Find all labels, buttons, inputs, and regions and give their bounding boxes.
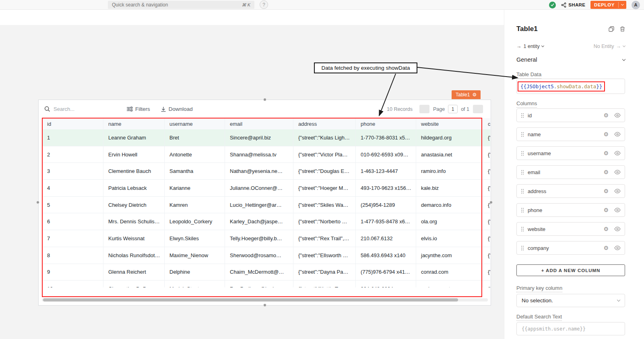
resize-handle-right[interactable] [489, 201, 493, 204]
filters-icon [127, 106, 133, 112]
drag-handle-icon[interactable] [521, 113, 524, 118]
column-header[interactable]: address [293, 118, 356, 129]
column-visibility-eye-icon[interactable] [614, 245, 621, 250]
table-search-input[interactable] [54, 106, 114, 112]
quick-search-input[interactable] [112, 2, 239, 8]
cell: Elwyn.Skiles [165, 230, 225, 247]
column-header[interactable]: name [103, 118, 165, 129]
column-settings-gear-icon[interactable]: ⚙ [603, 169, 609, 175]
download-button[interactable]: Download [161, 106, 193, 112]
table-row[interactable]: 4 Patricia Lebsack Karianne Julianne.OCo… [42, 180, 490, 197]
column-item-phone[interactable]: phone ⚙ [516, 203, 625, 217]
column-header[interactable]: id [42, 118, 103, 129]
filters-button[interactable]: Filters [127, 106, 150, 112]
drag-handle-icon[interactable] [521, 227, 524, 232]
delete-widget-icon[interactable] [620, 26, 625, 32]
drag-handle-icon[interactable] [521, 151, 524, 156]
page-total-label: of 1 [461, 106, 469, 112]
table-widget[interactable]: Filters Download 10 Records Page of 1 id… [38, 100, 491, 306]
cell: 3 [42, 163, 103, 179]
resize-handle-top[interactable] [263, 98, 266, 101]
table-search[interactable] [44, 106, 127, 112]
column-visibility-eye-icon[interactable] [614, 227, 621, 231]
column-settings-gear-icon[interactable]: ⚙ [603, 150, 609, 156]
cell: Sincere@april.biz [225, 129, 293, 146]
table-row[interactable]: 10 Clementina DuBuqu… Moriah.Stanton Rey… [42, 281, 490, 287]
table-row[interactable]: 2 Ervin Howell Antonette Shanna@melissa.… [42, 146, 490, 163]
cell: Telly.Hoeger@billy.b… [225, 230, 293, 247]
top-bar: ⌘ K ? SHARE DEPLOY A [0, 0, 644, 10]
column-item-email[interactable]: email ⚙ [516, 165, 625, 179]
outgoing-entities-dropdown[interactable]: No Entity → [594, 44, 625, 49]
table-row[interactable]: 5 Chelsey Dietrich Kamren Lucio_Hettinge… [42, 197, 490, 214]
column-visibility-eye-icon[interactable] [614, 189, 621, 193]
column-header[interactable]: email [225, 118, 293, 129]
table-row[interactable]: 8 Nicholas Runolfsdot… Maxime_Nienow She… [42, 247, 490, 264]
widget-name-badge[interactable]: Table1 ⚙ [452, 90, 481, 99]
horizontal-scrollbar-thumb[interactable] [43, 298, 458, 302]
column-settings-gear-icon[interactable]: ⚙ [603, 131, 609, 137]
primary-key-select[interactable]: No selection. [516, 294, 625, 307]
default-search-text-field[interactable]: {{appsmith.user.name}} [516, 322, 625, 335]
column-item-address[interactable]: address ⚙ [516, 184, 625, 198]
column-settings-gear-icon[interactable]: ⚙ [603, 207, 609, 213]
table-row[interactable]: 7 Kurtis Weissnat Elwyn.Skiles Telly.Hoe… [42, 230, 490, 247]
resize-handle-left[interactable] [36, 201, 39, 204]
table-row[interactable]: 6 Mrs. Dennis Schulis… Leopoldo_Corkery … [42, 213, 490, 230]
page-number-input[interactable] [448, 105, 458, 113]
deploy-chevron-down-icon[interactable] [619, 4, 626, 5]
column-visibility-eye-icon[interactable] [614, 170, 621, 175]
column-visibility-eye-icon[interactable] [614, 113, 621, 118]
column-visibility-eye-icon[interactable] [614, 151, 621, 156]
help-icon[interactable]: ? [260, 0, 268, 9]
table-data-field[interactable]: {{JSObject5.showData.data}} [516, 79, 625, 94]
deploy-button[interactable]: DEPLOY [590, 1, 626, 9]
drag-handle-icon[interactable] [521, 170, 524, 175]
drag-handle-icon[interactable] [521, 208, 524, 213]
column-header[interactable]: website [416, 118, 483, 129]
table-row[interactable]: 9 Glenna Reichert Delphine Chaim_McDermo… [42, 264, 490, 281]
column-visibility-eye-icon[interactable] [614, 208, 621, 212]
column-header[interactable]: co [483, 118, 490, 129]
avatar[interactable]: A [632, 1, 640, 9]
search-icon [44, 106, 50, 112]
resize-handle-bottom[interactable] [263, 304, 266, 307]
add-new-column-button[interactable]: + ADD A NEW COLUMN [516, 264, 625, 276]
column-item-name[interactable]: name ⚙ [516, 127, 625, 141]
drag-handle-icon[interactable] [521, 245, 524, 251]
general-section-header[interactable]: General [516, 56, 625, 63]
arrow-right-icon: → [616, 44, 621, 49]
cell: Chaim_McDermott@… [225, 264, 293, 281]
drag-handle-icon[interactable] [521, 189, 524, 194]
column-item-username[interactable]: username ⚙ [516, 146, 625, 160]
widget-title[interactable]: Table1 [516, 25, 603, 33]
widget-settings-gear-icon[interactable]: ⚙ [472, 92, 477, 98]
cell: Antonette [165, 146, 225, 163]
chevron-down-icon [617, 298, 620, 302]
cell: 1 [42, 129, 103, 146]
default-search-label: Default Search Text [516, 314, 562, 321]
quick-search[interactable]: ⌘ K [108, 1, 254, 9]
column-header[interactable]: username [165, 118, 225, 129]
incoming-entities-dropdown[interactable]: → 1 entity [516, 44, 594, 49]
cell: Kurtis Weissnat [103, 230, 165, 247]
drag-handle-icon[interactable] [521, 132, 524, 137]
column-settings-gear-icon[interactable]: ⚙ [603, 188, 609, 194]
share-button[interactable]: SHARE [561, 2, 585, 8]
column-item-company[interactable]: company ⚙ [516, 241, 625, 255]
table-row[interactable]: 1 Leanne Graham Bret Sincere@april.biz {… [42, 129, 490, 146]
table-body: id name username email address phone web… [42, 118, 490, 287]
next-page-button[interactable] [473, 105, 483, 113]
copy-widget-icon[interactable] [609, 26, 614, 32]
column-settings-gear-icon[interactable]: ⚙ [603, 226, 609, 232]
share-icon [561, 2, 566, 8]
column-settings-gear-icon[interactable]: ⚙ [603, 245, 609, 251]
column-header[interactable]: phone [356, 118, 416, 129]
column-item-website[interactable]: website ⚙ [516, 222, 625, 236]
table-row[interactable]: 3 Clementine Bauch Samantha Nathan@yesen… [42, 163, 490, 180]
column-visibility-eye-icon[interactable] [614, 132, 621, 137]
column-item-id[interactable]: id ⚙ [516, 108, 625, 122]
column-settings-gear-icon[interactable]: ⚙ [603, 112, 609, 118]
prev-page-button[interactable] [419, 105, 429, 113]
cell: 4 [42, 180, 103, 196]
